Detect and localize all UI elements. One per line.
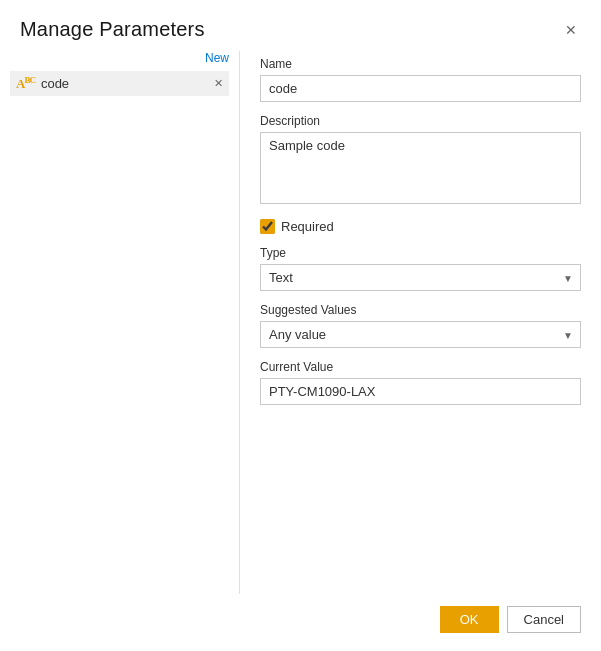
required-label: Required: [281, 219, 334, 234]
description-field-group: Description Sample code: [260, 114, 581, 207]
ok-button[interactable]: OK: [440, 606, 499, 633]
current-value-label: Current Value: [260, 360, 581, 374]
new-link[interactable]: New: [10, 51, 229, 71]
description-input[interactable]: Sample code: [260, 132, 581, 204]
current-value-input[interactable]: [260, 378, 581, 405]
cancel-button[interactable]: Cancel: [507, 606, 581, 633]
dialog-footer: OK Cancel: [0, 594, 601, 651]
suggested-select-wrapper: Any value List of values ▼: [260, 321, 581, 348]
param-item[interactable]: ABC code ✕: [10, 71, 229, 96]
suggested-select[interactable]: Any value List of values: [260, 321, 581, 348]
manage-parameters-dialog: Manage Parameters ✕ New ABC code ✕ Name: [0, 0, 601, 651]
suggested-label: Suggested Values: [260, 303, 581, 317]
param-close-button[interactable]: ✕: [214, 78, 223, 89]
required-row: Required: [260, 219, 581, 234]
name-input[interactable]: [260, 75, 581, 102]
type-label: Type: [260, 246, 581, 260]
dialog-title: Manage Parameters: [20, 18, 205, 41]
dialog-header: Manage Parameters ✕: [0, 0, 601, 51]
type-select[interactable]: Text Number Date True/False: [260, 264, 581, 291]
param-name-label: code: [41, 76, 208, 91]
description-label: Description: [260, 114, 581, 128]
name-label: Name: [260, 57, 581, 71]
suggested-field-group: Suggested Values Any value List of value…: [260, 303, 581, 348]
param-type-icon: ABC: [16, 76, 35, 90]
close-button[interactable]: ✕: [561, 20, 581, 40]
left-panel: New ABC code ✕: [0, 51, 240, 594]
dialog-body: New ABC code ✕ Name Description: [0, 51, 601, 594]
current-value-field-group: Current Value: [260, 360, 581, 405]
type-select-wrapper: Text Number Date True/False ▼: [260, 264, 581, 291]
required-checkbox[interactable]: [260, 219, 275, 234]
right-panel: Name Description Sample code Required Ty…: [240, 51, 601, 594]
type-field-group: Type Text Number Date True/False ▼: [260, 246, 581, 291]
name-field-group: Name: [260, 57, 581, 102]
